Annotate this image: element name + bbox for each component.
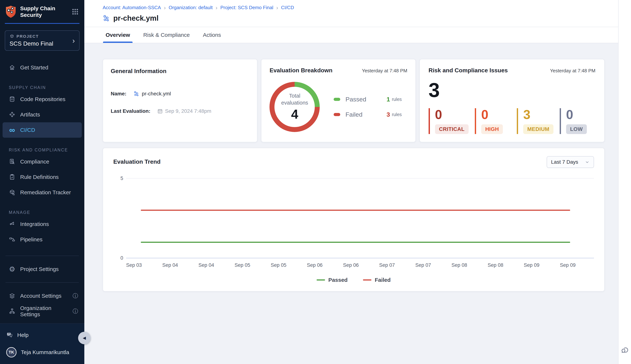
breadcrumb-separator-icon: › [164,5,166,10]
x-axis-line [126,258,594,258]
last-evaluation-label: Last Evaluation: [111,108,150,114]
sidebar-item-pipelines[interactable]: Pipelines [3,232,82,247]
breadcrumb-account-link[interactable]: Account: Automation-SSCA [103,5,161,10]
sidebar-item-label: Pipelines [20,236,43,242]
chevron-right-icon: › [72,37,75,44]
x-tick-label: Sep 03 [126,262,142,268]
pipeline-icon [133,91,140,97]
pipelines-icon [9,236,16,243]
help-chat-icon: ? [6,332,13,338]
sidebar-item-get-started[interactable]: Get Started [3,60,82,75]
help-button[interactable]: ? Help [0,332,84,338]
tab-bar: Overview Risk & Compliance Actions [84,27,618,43]
evaluation-trend-card: Evaluation Trend Last 7 Days 5 0 Sep 03S… [103,148,605,292]
sidebar-item-label: Organization Settings [20,305,68,318]
project-selector-label: PROJECT [17,34,39,39]
info-icon[interactable]: ⓘ [73,292,78,300]
failed-line-icon [363,280,371,280]
severity-breakdown: 0 CRITICAL 0 HIGH 3 MEDIUM 0 LOW [429,108,595,134]
info-icon[interactable]: ⓘ [73,308,78,315]
medium-badge: MEDIUM [523,124,553,134]
gridline [126,178,594,178]
sidebar-item-project-settings[interactable]: ⚙ Project Settings [3,262,82,277]
card-title: Evaluation Trend [113,158,161,165]
user-menu[interactable]: TK Teja Kummarikuntla [0,347,84,358]
legend-label: Failed [345,111,382,118]
sidebar-item-integrations[interactable]: Integrations [3,216,82,232]
sidebar-item-cicd[interactable]: ∞ CI/CD [3,122,82,138]
time-range-select[interactable]: Last 7 Days [547,156,594,168]
low-count: 0 [566,108,595,121]
sidebar-item-organization-settings[interactable]: Organization Settings ⓘ [3,304,82,319]
risk-compliance-issues-card: Risk and Compliance Issues Yesterday at … [419,59,605,142]
trend-line-failed [141,210,570,211]
main-area: Account: Automation-SSCA › Organization:… [84,0,618,364]
divider [6,282,79,283]
severity-critical: 0 CRITICAL [429,108,469,134]
donut-total-value: 4 [291,107,298,122]
x-tick-label: Sep 05 [235,262,250,268]
breadcrumb-project-link[interactable]: Project: SCS Demo Final [220,5,273,10]
sidebar-collapse-button[interactable]: ◀ [78,332,91,344]
section-header-manage: MANAGE [9,210,84,215]
support-chat-icon[interactable] [620,346,629,355]
card-title: General Information [111,68,249,74]
trend-x-axis: Sep 03Sep 04Sep 04Sep 05Sep 05Sep 06Sep … [126,262,576,268]
tab-actions[interactable]: Actions [203,27,221,43]
breadcrumb-cicd-link[interactable]: CI/CD [281,5,294,10]
x-tick-label: Sep 04 [198,262,214,268]
sidebar-item-remediation-tracker[interactable]: Remediation Tracker [3,185,82,200]
legend-label: Passed [345,96,382,103]
x-tick-label: Sep 09 [560,262,576,268]
project-selector[interactable]: PROJECT SCS Demo Final › [5,30,80,51]
sidebar-item-label: Integrations [20,221,49,227]
integrations-icon [9,221,16,228]
page-title: pr-check.yml [113,14,159,22]
breakdown-legend: Passed 1 rules Failed 3 rules [334,96,402,118]
trend-legend: Passed Failed [113,277,594,283]
total-issues-value: 3 [429,80,595,100]
calendar-icon [157,108,163,114]
trend-legend-failed: Failed [363,277,391,283]
tab-overview[interactable]: Overview [106,27,130,43]
app-title: Supply Chain Security [20,5,55,18]
module-grid-icon[interactable] [72,8,79,16]
breadcrumb-separator-icon: › [276,5,278,10]
sidebar-item-label: Rule Definitions [20,174,59,180]
x-tick-label: Sep 06 [343,262,359,268]
x-tick-label: Sep 07 [379,262,395,268]
breadcrumb-organization-link[interactable]: Organization: default [169,5,213,10]
help-label: Help [17,332,29,338]
sidebar-footer: ? Help TK Teja Kummarikuntla [0,324,84,364]
sidebar-item-label: Code Repositories [20,96,65,102]
tab-risk-compliance[interactable]: Risk & Compliance [143,27,189,43]
card-timestamp: Yesterday at 7:48 PM [362,68,407,74]
sidebar-item-compliance[interactable]: Compliance [3,154,82,169]
sidebar-item-account-settings[interactable]: Account Settings ⓘ [3,288,82,304]
critical-count: 0 [435,108,469,121]
layers-gear-icon [9,292,16,299]
sidebar-item-label: Remediation Tracker [20,189,71,196]
pipeline-icon [103,14,110,22]
card-timestamp: Yesterday at 7:48 PM [550,68,595,74]
name-label: Name: [111,91,126,97]
card-title: Risk and Compliance Issues [429,67,508,74]
sidebar-item-label: Compliance [20,158,49,165]
x-tick-label: Sep 05 [271,262,287,268]
x-tick-label: Sep 07 [415,262,431,268]
medium-count: 3 [523,108,553,121]
sidebar-item-artifacts[interactable]: Artifacts [3,107,82,122]
sidebar-item-label: Account Settings [20,293,61,299]
evaluation-donut: Total evaluations 4 [270,82,320,132]
home-icon [9,64,16,71]
page-header: Account: Automation-SSCA › Organization:… [84,0,618,27]
critical-badge: CRITICAL [435,124,469,134]
sidebar-item-rule-definitions[interactable]: Rule Definitions [3,169,82,185]
sidebar-item-code-repositories[interactable]: Code Repositories [3,92,82,107]
time-range-value: Last 7 Days [551,159,578,165]
svg-text:?: ? [8,333,10,335]
card-title: Evaluation Breakdown [270,67,332,74]
severity-low: 0 LOW [560,108,595,134]
unit-label: rules [392,112,402,117]
low-badge: LOW [566,124,587,134]
